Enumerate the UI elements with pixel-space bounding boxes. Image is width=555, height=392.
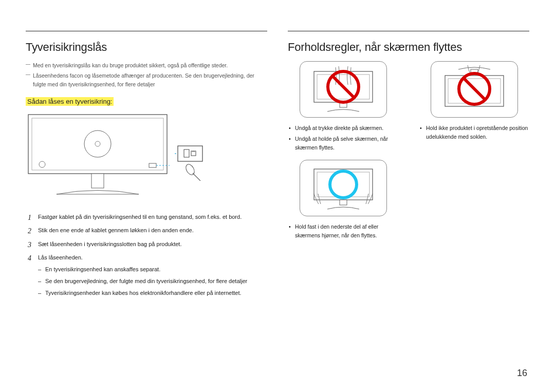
steps-list: Fastgør kablet på din tyverisikringsenhe… [26,213,267,297]
svg-rect-7 [91,174,104,188]
lock-figure [26,112,267,201]
monitor-rear-illustration [26,112,170,201]
sub-note-item: Se den brugervejledning, der fulgte med … [38,277,267,286]
precaution-dont-press: Undgå at trykke direkte på skærmen. Undg… [288,61,398,154]
precaution-upside-down: Hold ikke produktet i opretstående posit… [419,61,529,154]
svg-point-12 [184,163,196,176]
bullets-dont-press: Undgå at trykke direkte på skærmen. Undg… [288,124,398,152]
svg-rect-9 [178,146,202,161]
svg-rect-10 [184,150,189,157]
precaution-row-1: Undgå at trykke direkte på skærmen. Undg… [288,61,529,154]
sub-note-item: En tyverisikringsenhed kan anskaffes sep… [38,265,267,274]
subheading-how-to-lock: Sådan låses en tyverisikring: [26,97,114,106]
figure-hold-corners [300,160,387,216]
svg-line-13 [193,173,200,181]
svg-rect-11 [191,151,196,156]
bullets-upside-down: Hold ikke produktet i opretstående posit… [419,124,529,141]
figure-dont-press-screen [300,61,387,118]
heading-anti-theft: Tyverisikringslås [26,41,267,54]
step-item: Lås låseenheden. En tyverisikringsenhed … [26,253,267,297]
bullet-item: Hold fast i den nederste del af eller sk… [288,222,398,240]
top-rule-right [288,31,529,31]
heading-precautions: Forholdsregler, når skærmen flyttes [288,41,529,54]
svg-point-4 [39,161,45,167]
left-column: Tyverisikringslås Med en tyverisikringsl… [26,31,267,303]
bullets-correct-hold: Hold fast i den nederste del af eller sk… [288,222,398,240]
intro-list: Med en tyverisikringslås kan du bruge pr… [26,61,267,88]
right-column: Forholdsregler, når skærmen flyttes U [288,31,529,303]
bullet-item: Undgå at trykke direkte på skærmen. [288,124,398,133]
lock-slot-callout [175,145,206,183]
precaution-row-2: Hold fast i den nederste del af eller sk… [288,160,529,242]
step-text: Lås låseenheden. [38,254,83,260]
intro-item: Låseenhedens facon og låsemetode afhænge… [26,71,267,88]
step-item: Stik den ene ende af kablet gennem løkke… [26,226,267,235]
bullet-item: Undgå at holde på selve skærmen, når skæ… [288,135,398,152]
bullet-item: Hold ikke produktet i opretstående posit… [419,124,529,141]
sub-notes: En tyverisikringsenhed kan anskaffes sep… [38,265,267,297]
svg-rect-27 [340,200,347,205]
figure-dont-hold-by-base [431,61,518,118]
page-number: 16 [517,368,527,379]
precaution-correct-hold: Hold fast i den nederste del af eller sk… [288,160,398,242]
step-item: Sæt låseenheden i tyverisikringsslotten … [26,240,267,249]
svg-point-3 [95,141,100,146]
precaution-empty-cell [419,160,529,242]
svg-rect-26 [317,172,369,197]
top-rule-left [26,31,267,31]
sub-note-item: Tyverisikringsenheder kan købes hos elek… [38,289,267,297]
svg-rect-5 [149,163,156,167]
step-item: Fastgør kablet på din tyverisikringsenhe… [26,213,267,221]
intro-item: Med en tyverisikringslås kan du bruge pr… [26,61,267,69]
